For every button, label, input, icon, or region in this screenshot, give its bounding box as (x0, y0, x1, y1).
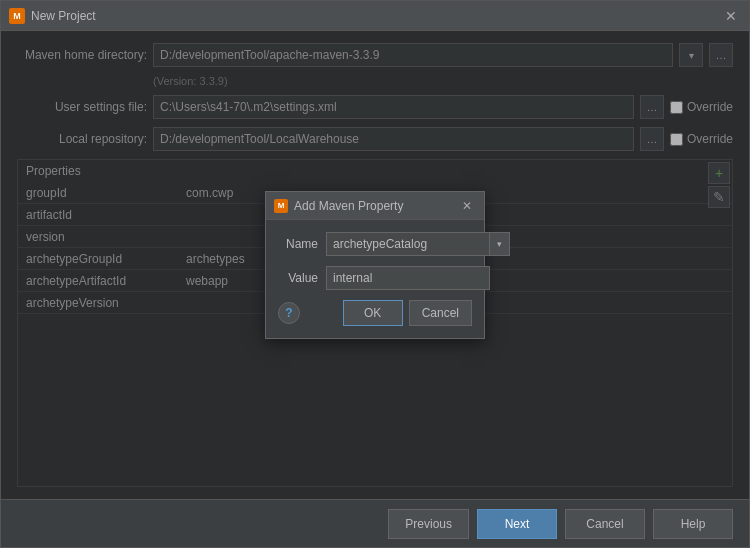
previous-button[interactable]: Previous (388, 509, 469, 539)
help-button[interactable]: Help (653, 509, 733, 539)
dialog-help-button[interactable]: ? (278, 302, 300, 324)
dialog-cancel-button[interactable]: Cancel (409, 300, 472, 326)
dialog-name-label: Name (278, 237, 318, 251)
next-button[interactable]: Next (477, 509, 557, 539)
dialog-buttons-row: ? OK Cancel (278, 300, 472, 326)
title-bar-left: M New Project (9, 8, 96, 24)
dialog-ok-button[interactable]: OK (343, 300, 403, 326)
main-window: M New Project ✕ Maven home directory: ▾ … (0, 0, 750, 548)
dialog-name-dropdown[interactable]: ▾ (490, 232, 510, 256)
dialog-body: Name ▾ Value (266, 220, 484, 338)
dialog-title-bar: M Add Maven Property ✕ (266, 192, 484, 220)
cancel-button[interactable]: Cancel (565, 509, 645, 539)
dialog-name-input-wrap: ▾ (326, 232, 510, 256)
dialog-title-left: M Add Maven Property (274, 199, 403, 213)
app-icon: M (9, 8, 25, 24)
window-title: New Project (31, 9, 96, 23)
dialog-value-label: Value (278, 271, 318, 285)
dialog-value-row: Value (278, 266, 472, 290)
dialog-name-row: Name ▾ (278, 232, 472, 256)
content-area: Maven home directory: ▾ … (Version: 3.3.… (1, 31, 749, 499)
dialog-close-button[interactable]: ✕ (458, 197, 476, 215)
dialog-name-input[interactable] (326, 232, 490, 256)
dialog-value-input[interactable] (326, 266, 490, 290)
add-maven-property-dialog: M Add Maven Property ✕ Name ▾ (265, 191, 485, 339)
bottom-bar: Previous Next Cancel Help (1, 499, 749, 547)
dialog-value-input-wrap (326, 266, 490, 290)
dialog-app-icon: M (274, 199, 288, 213)
dialog-title-text: Add Maven Property (294, 199, 403, 213)
modal-overlay: M Add Maven Property ✕ Name ▾ (1, 31, 749, 499)
title-bar: M New Project ✕ (1, 1, 749, 31)
close-button[interactable]: ✕ (721, 6, 741, 26)
